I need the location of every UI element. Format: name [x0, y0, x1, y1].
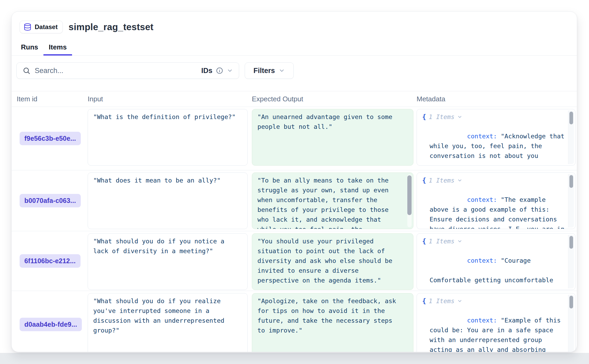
input-text: "What should you do if you notice a lack… — [88, 234, 239, 256]
dataset-badge-label: Dataset — [35, 23, 58, 31]
tabs: Runs Items — [12, 43, 577, 56]
input-cell[interactable]: "What should you do if you notice a lack… — [88, 233, 248, 290]
search-input[interactable] — [35, 67, 201, 75]
metadata-key: context: — [467, 133, 497, 140]
table-row: b0070afa-c063... "What does it mean to b… — [12, 170, 577, 231]
metadata-key: context: — [467, 257, 497, 264]
item-id-cell: b0070afa-c063... — [12, 170, 88, 231]
chevron-down-icon[interactable] — [457, 239, 462, 244]
item-id-cell: 6f1106bc-e212... — [12, 231, 88, 291]
item-id-badge[interactable]: 6f1106bc-e212... — [20, 254, 81, 268]
json-open-brace: { — [422, 237, 426, 245]
metadata-scrollbar[interactable] — [568, 111, 574, 164]
expected-output-scrollbar[interactable] — [407, 174, 412, 227]
item-id-cell: d0aab4eb-fde9... — [12, 291, 88, 352]
scrollbar-thumb[interactable] — [569, 175, 573, 188]
input-text: "What is the definition of privilege?" — [88, 109, 239, 122]
input-cell[interactable]: "What is the definition of privilege?" — [88, 109, 248, 166]
search-box[interactable]: IDs — [16, 62, 239, 79]
expected-output-cell[interactable]: "Apologize, take on the feedback, ask fo… — [252, 293, 413, 352]
panel-header: Dataset simple_rag_testset — [12, 12, 577, 34]
dataset-panel: Dataset simple_rag_testset Runs Items ID… — [11, 11, 577, 352]
expected-output-text: "To be an ally means to take on the stru… — [252, 173, 398, 229]
items-count-label[interactable]: 1 Items — [429, 238, 454, 245]
chevron-down-icon[interactable] — [457, 298, 462, 304]
tab-items[interactable]: Items — [43, 43, 72, 56]
table-row: f9e56c3b-e50e... "What is the definition… — [12, 107, 577, 170]
page-title: simple_rag_testset — [69, 22, 154, 32]
metadata-value: "The example above is a good example of … — [430, 196, 568, 229]
metadata-scrollbar[interactable] — [568, 295, 574, 352]
table-row: 6f1106bc-e212... "What should you do if … — [12, 231, 577, 291]
scrollbar-thumb[interactable] — [569, 296, 573, 308]
metadata-key: context: — [467, 196, 497, 203]
dataset-type-badge: Dataset — [20, 21, 63, 33]
table-row: d0aab4eb-fde9... "What should you do if … — [12, 291, 577, 352]
expected-output-cell[interactable]: "An unearned advantage given to some peo… — [252, 109, 413, 166]
items-count-label[interactable]: 1 Items — [429, 177, 454, 184]
search-scope-label: IDs — [201, 67, 212, 75]
input-cell[interactable]: "What does it mean to be an ally?" — [88, 172, 248, 229]
item-id-cell: f9e56c3b-e50e... — [12, 107, 88, 170]
filters-button[interactable]: Filters — [245, 62, 294, 79]
search-icon — [23, 67, 30, 75]
item-id-badge[interactable]: d0aab4eb-fde9... — [20, 318, 82, 331]
table-header: Item id Input Expected Output Metadata — [12, 91, 577, 107]
filters-label: Filters — [253, 67, 275, 75]
metadata-cell[interactable]: { 1 Items context:"Example of this could… — [417, 293, 575, 352]
expected-output-cell[interactable]: "You should use your privileged situatio… — [252, 233, 413, 290]
database-icon — [24, 23, 32, 31]
chevron-down-icon — [227, 67, 233, 74]
chevron-down-icon[interactable] — [457, 178, 462, 183]
input-cell[interactable]: "What should you do if you realize you'v… — [88, 293, 248, 352]
items-count-label[interactable]: 1 Items — [429, 298, 454, 304]
scrollbar-thumb[interactable] — [407, 175, 412, 215]
info-icon[interactable] — [216, 67, 223, 74]
page-background-strip — [0, 353, 589, 364]
scrollbar-thumb[interactable] — [569, 112, 573, 124]
item-id-badge[interactable]: b0070afa-c063... — [20, 194, 81, 207]
expected-output-text: "An unearned advantage given to some peo… — [252, 109, 398, 132]
metadata-value: "Acknowledge that while you, too, feel p… — [430, 133, 568, 166]
search-scope-dropdown[interactable]: IDs — [201, 67, 233, 75]
json-open-brace: { — [422, 113, 426, 121]
scrollbar-thumb[interactable] — [569, 236, 573, 249]
column-header-expected-output: Expected Output — [252, 95, 413, 103]
expected-output-text: "Apologize, take on the feedback, ask fo… — [252, 293, 398, 335]
expected-output-text: "You should use your privileged situatio… — [252, 234, 398, 285]
item-id-badge[interactable]: f9e56c3b-e50e... — [20, 132, 81, 145]
metadata-cell[interactable]: { 1 Items context:"Courage Comfortable g… — [417, 233, 575, 290]
column-header-item-id: Item id — [12, 95, 88, 103]
json-open-brace: { — [422, 176, 426, 184]
items-count-label[interactable]: 1 Items — [429, 113, 454, 120]
metadata-cell[interactable]: { 1 Items context:"The example above is … — [417, 172, 575, 229]
column-header-input: Input — [88, 95, 248, 103]
chevron-down-icon[interactable] — [457, 114, 462, 120]
metadata-key: context: — [467, 317, 497, 324]
metadata-scrollbar[interactable] — [568, 174, 574, 228]
metadata-scrollbar[interactable] — [568, 235, 574, 288]
expected-output-cell[interactable]: "To be an ally means to take on the stru… — [252, 172, 413, 229]
input-text: "What should you do if you realize you'v… — [88, 293, 239, 335]
toolbar: IDs Filters — [12, 56, 577, 79]
chevron-down-icon — [279, 67, 285, 74]
tab-runs[interactable]: Runs — [16, 43, 43, 56]
column-header-metadata: Metadata — [417, 95, 575, 103]
metadata-cell[interactable]: { 1 Items context:"Acknowledge that whil… — [417, 109, 575, 166]
input-text: "What does it mean to be an ally?" — [88, 173, 239, 185]
json-open-brace: { — [422, 297, 426, 305]
